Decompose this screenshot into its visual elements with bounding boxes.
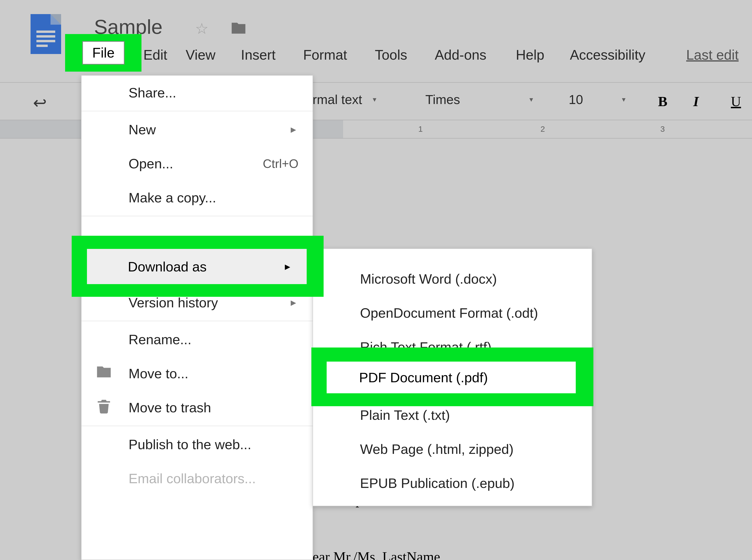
paragraph-style-label: rmal text bbox=[312, 92, 362, 107]
submenu-item-epub[interactable]: EPUB Publication (.epub) bbox=[313, 466, 592, 500]
menu-edit[interactable]: Edit bbox=[143, 47, 167, 63]
ruler-tick: 2 bbox=[540, 124, 545, 134]
chevron-right-icon: ▶ bbox=[291, 125, 296, 134]
folder-icon bbox=[95, 364, 113, 383]
menu-item-rename[interactable]: Rename... bbox=[81, 322, 312, 356]
folder-icon[interactable] bbox=[229, 20, 248, 40]
italic-button[interactable]: I bbox=[693, 94, 699, 109]
menu-accessibility[interactable]: Accessibility bbox=[570, 47, 645, 63]
chevron-down-icon: ▼ bbox=[371, 96, 378, 103]
chevron-right-icon: ▶ bbox=[285, 262, 290, 271]
paragraph-style-dropdown[interactable]: rmal text ▼ bbox=[312, 92, 378, 107]
ruler-tick: 1 bbox=[418, 124, 423, 134]
shortcut-label: Ctrl+O bbox=[263, 157, 298, 171]
submenu-item-odt[interactable]: OpenDocument Format (.odt) bbox=[313, 296, 592, 330]
menu-item-new[interactable]: New ▶ bbox=[81, 113, 312, 146]
menu-addons[interactable]: Add-ons bbox=[435, 47, 486, 63]
menu-item-share[interactable]: Share... bbox=[81, 76, 312, 109]
submenu-item-pdf[interactable]: PDF Document (.pdf) bbox=[327, 362, 576, 393]
font-family-label: Times bbox=[425, 92, 460, 107]
last-edit-link[interactable]: Last edit bbox=[686, 47, 739, 63]
underline-button[interactable]: U bbox=[731, 94, 741, 109]
menu-file[interactable]: File bbox=[82, 41, 124, 64]
menu-item-email-collaborators: Email collaborators... bbox=[81, 461, 312, 496]
menu-tools[interactable]: Tools bbox=[375, 47, 407, 63]
chevron-down-icon: ▼ bbox=[528, 96, 534, 103]
star-icon[interactable]: ☆ bbox=[195, 20, 209, 37]
font-size-dropdown[interactable]: 10 ▼ bbox=[569, 92, 627, 107]
bold-button[interactable]: B bbox=[658, 94, 668, 109]
menu-item-publish-to-web[interactable]: Publish to the web... bbox=[81, 427, 312, 461]
menu-format[interactable]: Format bbox=[303, 47, 347, 63]
submenu-item-docx[interactable]: Microsoft Word (.docx) bbox=[313, 262, 592, 296]
menu-item-move-to[interactable]: Move to... bbox=[81, 356, 312, 391]
doc-line: ear Mr./Ms. LastName, bbox=[312, 547, 752, 560]
font-family-dropdown[interactable]: Times ▼ bbox=[425, 92, 534, 107]
menu-help[interactable]: Help bbox=[516, 47, 544, 63]
menu-item-make-a-copy[interactable]: Make a copy... bbox=[81, 181, 312, 215]
menu-item-download-as[interactable]: Download as ▶ bbox=[87, 249, 307, 284]
menu-insert[interactable]: Insert bbox=[241, 47, 276, 63]
chevron-right-icon: ▶ bbox=[291, 298, 296, 307]
chevron-down-icon: ▼ bbox=[621, 96, 627, 103]
trash-icon bbox=[95, 398, 113, 417]
menu-view[interactable]: View bbox=[186, 47, 215, 63]
menu-item-open[interactable]: Open... Ctrl+O bbox=[81, 146, 312, 181]
menu-item-move-to-trash[interactable]: Move to trash bbox=[81, 391, 312, 424]
ruler-tick: 3 bbox=[660, 124, 665, 134]
file-menu: Share... New ▶ Open... Ctrl+O Make a cop… bbox=[81, 75, 313, 560]
undo-icon[interactable]: ↪ bbox=[33, 93, 47, 113]
submenu-item-html[interactable]: Web Page (.html, zipped) bbox=[313, 432, 592, 466]
font-size-label: 10 bbox=[569, 92, 583, 107]
